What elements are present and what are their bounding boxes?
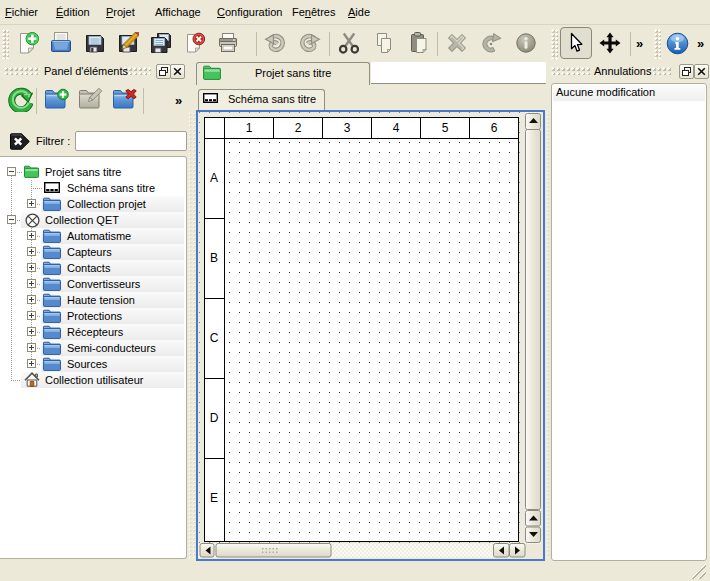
svg-text:B: B <box>210 251 218 265</box>
svg-text:3: 3 <box>344 121 351 135</box>
svg-text:4: 4 <box>393 121 400 135</box>
svg-text:A: A <box>210 171 218 185</box>
svg-text:E: E <box>210 491 218 505</box>
svg-text:5: 5 <box>442 121 449 135</box>
svg-text:6: 6 <box>491 121 498 135</box>
svg-text:1: 1 <box>246 121 253 135</box>
svg-text:C: C <box>210 331 219 345</box>
svg-text:2: 2 <box>295 121 302 135</box>
svg-text:D: D <box>210 411 219 425</box>
